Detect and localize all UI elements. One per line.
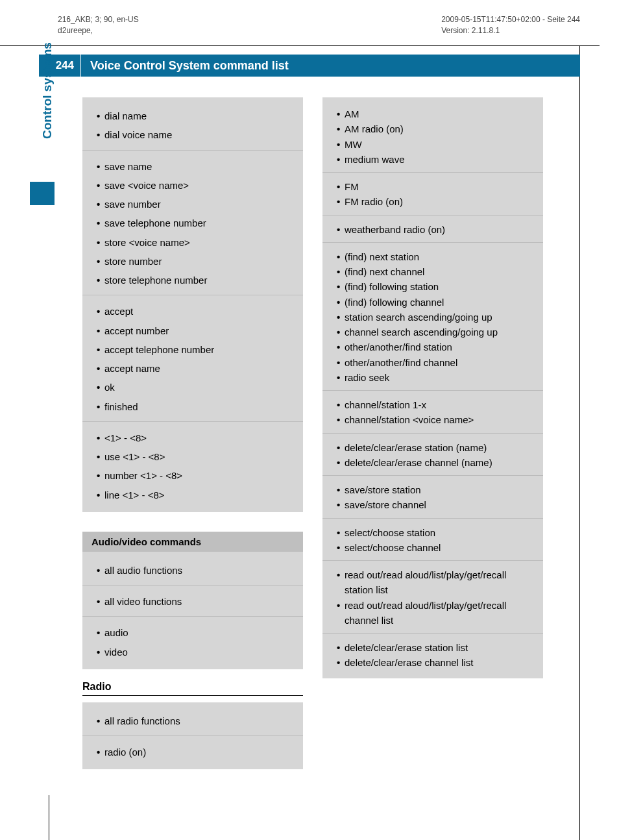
bullet-icon: • xyxy=(337,279,345,294)
list-item: •radio seek xyxy=(337,370,534,385)
command-group: •<1> - <8>•use <1> - <8>•number <1> - <8… xyxy=(82,422,303,510)
list-item: •accept name xyxy=(97,359,294,378)
list-item-label: all audio functions xyxy=(104,561,294,580)
bullet-icon: • xyxy=(337,295,345,310)
list-item-label: audio xyxy=(104,623,294,642)
list-item: •<1> - <8> xyxy=(97,428,294,447)
list-item: •accept number xyxy=(97,321,294,340)
bullet-icon: • xyxy=(97,623,104,642)
bullet-icon: • xyxy=(337,455,345,470)
list-item-label: number <1> - <8> xyxy=(104,466,294,485)
list-item: •line <1> - <8> xyxy=(97,486,294,504)
bullet-icon: • xyxy=(97,466,104,485)
list-item-label: video xyxy=(104,643,294,661)
command-group: •AM•AM radio (on)•MW•medium wave xyxy=(322,100,543,173)
bullet-icon: • xyxy=(337,152,345,167)
list-item: •FM xyxy=(337,179,534,194)
list-item: •read out/read aloud/list/play/get/recal… xyxy=(337,567,534,598)
right-rule xyxy=(579,45,580,840)
command-box: •all audio functions•all video functions… xyxy=(82,552,303,669)
list-item-label: station search ascending/going up xyxy=(345,310,534,325)
command-group: •all video functions xyxy=(82,586,303,617)
bullet-icon: • xyxy=(337,482,345,497)
list-item: •MW xyxy=(337,137,534,152)
command-group: •radio (on) xyxy=(82,736,303,767)
bullet-icon: • xyxy=(97,447,104,466)
list-item-label: accept xyxy=(104,302,294,321)
list-item: •audio xyxy=(97,623,294,642)
list-item: •all audio functions xyxy=(97,561,294,580)
title-bar: 244 Voice Control System command list xyxy=(39,55,580,77)
list-item: •save <voice name> xyxy=(97,176,294,195)
list-item: •delete/clear/erase channel (name) xyxy=(337,455,534,470)
list-item: •use <1> - <8> xyxy=(97,447,294,466)
list-item-label: other/another/find channel xyxy=(345,355,534,370)
bullet-icon: • xyxy=(97,397,104,416)
bullet-icon: • xyxy=(337,598,345,613)
list-item: •(find) next channel xyxy=(337,264,534,279)
list-item: •other/another/find channel xyxy=(337,355,534,370)
list-item: •station search ascending/going up xyxy=(337,310,534,325)
bullet-icon: • xyxy=(337,397,345,412)
list-item: •channel search ascending/going up xyxy=(337,325,534,340)
list-item-label: <1> - <8> xyxy=(104,428,294,447)
list-item-label: store number xyxy=(104,252,294,271)
list-item: •store number xyxy=(97,252,294,271)
list-item: •read out/read aloud/list/play/get/recal… xyxy=(337,598,534,628)
top-rule xyxy=(0,45,600,46)
list-item-label: radio (on) xyxy=(104,743,294,761)
list-item-label: radio seek xyxy=(345,370,534,385)
command-group: •save name•save <voice name>•save number… xyxy=(82,151,303,296)
list-item: •delete/clear/erase station list xyxy=(337,640,534,655)
left-rule xyxy=(49,795,49,840)
list-item: •save telephone number xyxy=(97,214,294,232)
right-column: •AM•AM radio (on)•MW•medium wave•FM•FM r… xyxy=(322,97,543,773)
list-item-label: all video functions xyxy=(104,592,294,611)
list-item-label: (find) next station xyxy=(345,249,534,264)
list-item-label: medium wave xyxy=(345,152,534,167)
list-item: •channel/station 1-x xyxy=(337,397,534,412)
bullet-icon: • xyxy=(97,176,104,195)
list-item: •select/choose channel xyxy=(337,540,534,555)
bullet-icon: • xyxy=(97,743,104,761)
bullet-icon: • xyxy=(97,340,104,359)
list-item: •(find) following station xyxy=(337,279,534,294)
list-item-label: other/another/find station xyxy=(345,340,534,354)
side-tab-bg xyxy=(30,182,55,205)
list-item-label: save number xyxy=(104,195,294,214)
list-item-label: store <voice name> xyxy=(104,233,294,252)
bullet-icon: • xyxy=(337,497,345,512)
bullet-icon: • xyxy=(337,567,345,582)
list-item-label: save <voice name> xyxy=(104,176,294,195)
list-item: •select/choose station xyxy=(337,525,534,540)
bullet-icon: • xyxy=(97,486,104,504)
list-item: •delete/clear/erase station (name) xyxy=(337,440,534,455)
list-item-label: save name xyxy=(104,157,294,176)
list-item: •medium wave xyxy=(337,152,534,167)
page-title: Voice Control System command list xyxy=(81,59,289,73)
bullet-icon: • xyxy=(337,121,345,136)
list-item-label: finished xyxy=(104,397,294,416)
list-item-label: AM radio (on) xyxy=(345,121,534,136)
list-item-label: delete/clear/erase station (name) xyxy=(345,440,534,455)
bullet-icon: • xyxy=(97,359,104,378)
command-group: •save/store station•save/store channel xyxy=(322,476,543,519)
bullet-icon: • xyxy=(337,370,345,385)
list-item-label: select/choose station xyxy=(345,525,534,540)
bullet-icon: • xyxy=(97,711,104,730)
left-column: •dial name•dial voice name•save name•sav… xyxy=(82,97,303,773)
list-item: •AM radio (on) xyxy=(337,121,534,136)
bullet-icon: • xyxy=(97,321,104,340)
content: •dial name•dial voice name•save name•sav… xyxy=(82,97,543,773)
list-item-label: accept telephone number xyxy=(104,340,294,359)
bullet-icon: • xyxy=(97,195,104,214)
list-item-label: FM radio (on) xyxy=(345,194,534,209)
bullet-icon: • xyxy=(337,355,345,370)
command-group: •weatherband radio (on) xyxy=(322,216,543,243)
bullet-icon: • xyxy=(337,655,345,670)
list-item: •save number xyxy=(97,195,294,214)
list-item: •(find) following channel xyxy=(337,295,534,310)
command-group: •audio•video xyxy=(82,617,303,667)
bullet-icon: • xyxy=(337,179,345,194)
list-item: •other/another/find station xyxy=(337,340,534,354)
